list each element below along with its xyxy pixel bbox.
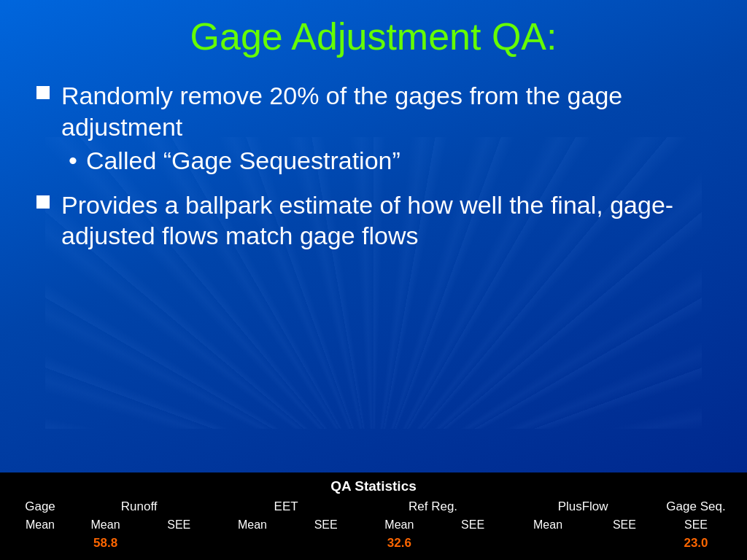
table-cell: SEE (589, 516, 659, 534)
list-item: Provides a ballpark estimate of how well… (36, 190, 711, 252)
table-row: Gage Runoff EET Ref Reg. PlusFlow Gage S… (15, 497, 732, 516)
table-cell (506, 534, 589, 553)
table-cell: Mean (212, 516, 292, 534)
runoff-mean-value: 58.8 (66, 534, 145, 553)
bullet-list: Randomly remove 20% of the gages from th… (36, 80, 711, 465)
table-cell: PlusFlow (506, 497, 659, 516)
table-cell: SEE (439, 516, 506, 534)
slide-title: Gage Adjustment QA: (36, 15, 711, 58)
table-row: Mean Mean SEE Mean SEE Mean SEE Mean SEE… (15, 516, 732, 534)
list-item: • Called “Gage Sequestration” (69, 145, 711, 176)
table-cell (145, 534, 212, 553)
bullet-square-icon (36, 86, 50, 99)
bullet-text: Provides a ballpark estimate of how well… (61, 191, 673, 250)
stats-title: QA Statistics (15, 478, 732, 494)
bullet-content: Provides a ballpark estimate of how well… (61, 190, 711, 252)
table-cell: Mean (66, 516, 145, 534)
table-cell (15, 534, 66, 553)
list-item: Randomly remove 20% of the gages from th… (36, 80, 711, 176)
table-cell: Gage (15, 497, 66, 516)
bullet-text: Randomly remove 20% of the gages from th… (61, 82, 622, 141)
content-area: Gage Adjustment QA: Randomly remove 20% … (0, 0, 747, 472)
stats-table: Gage Runoff EET Ref Reg. PlusFlow Gage S… (15, 497, 732, 553)
table-cell: Mean (506, 516, 589, 534)
table-cell (589, 534, 659, 553)
table-cell: EET (212, 497, 359, 516)
table-cell: SEE (145, 516, 212, 534)
slide: Gage Adjustment QA: Randomly remove 20% … (0, 0, 747, 560)
table-cell (212, 534, 292, 553)
table-cell: Mean (360, 516, 439, 534)
table-cell: SEE (659, 516, 732, 534)
table-cell: Runoff (66, 497, 212, 516)
sub-bullet-list: • Called “Gage Sequestration” (61, 145, 711, 176)
sub-bullet-text: Called “Gage Sequestration” (86, 145, 400, 176)
ref-mean-value: 32.6 (360, 534, 439, 553)
table-cell: SEE (293, 516, 360, 534)
table-cell: Ref Reg. (360, 497, 506, 516)
bullet-square-icon (36, 195, 50, 209)
table-cell: Mean (15, 516, 66, 534)
sub-bullet-dot: • (69, 145, 77, 176)
table-cell (293, 534, 360, 553)
bullet-content: Randomly remove 20% of the gages from th… (61, 80, 711, 176)
stats-bar: QA Statistics Gage Runoff EET Ref Reg. P… (0, 472, 747, 560)
table-cell (439, 534, 506, 553)
table-cell: Gage Seq. (659, 497, 732, 516)
gageseq-see-value: 23.0 (659, 534, 732, 553)
table-row: 58.8 32.6 23.0 (15, 534, 732, 553)
